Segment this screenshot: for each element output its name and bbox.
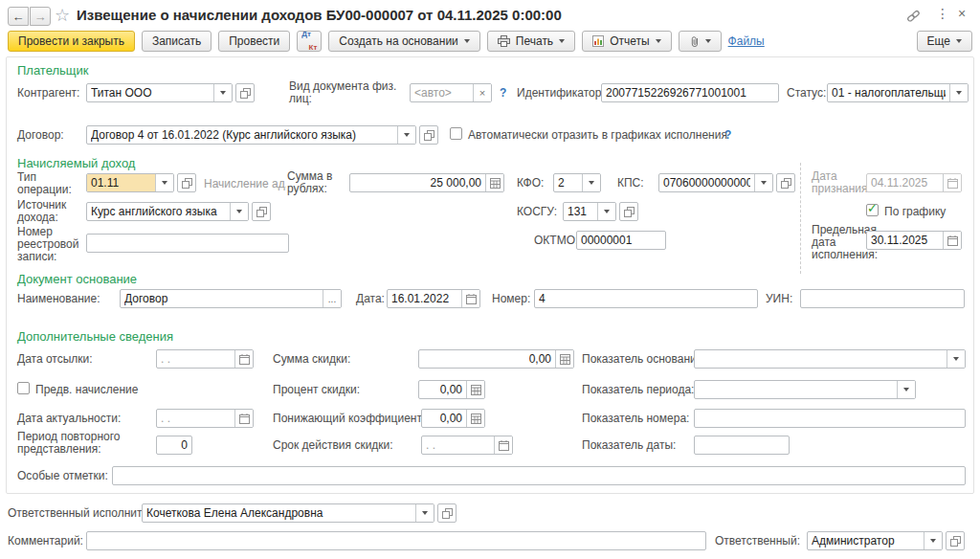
special-marks-input[interactable]	[112, 466, 966, 485]
discount-percent-input[interactable]	[419, 381, 466, 398]
income-source-input[interactable]	[87, 203, 230, 220]
date-indicator-label: Показатель даты:	[582, 439, 676, 452]
kfo-input[interactable]	[554, 174, 582, 191]
responsible-open-button[interactable]	[946, 531, 965, 550]
contragent-open-button[interactable]	[235, 83, 255, 102]
chevron-down-icon	[404, 133, 410, 137]
forward-button[interactable]: →	[30, 7, 51, 26]
repeat-period-input[interactable]	[156, 436, 192, 455]
by-schedule-checkbox[interactable]: ✓	[866, 204, 879, 216]
doc-name-input[interactable]	[121, 290, 323, 307]
actuality-date-input[interactable]	[157, 410, 234, 427]
by-schedule-label: По графику	[884, 206, 946, 218]
identifier-input[interactable]	[601, 83, 779, 102]
files-link[interactable]: Файлы	[728, 34, 765, 48]
deadline-input[interactable]	[867, 232, 943, 249]
discount-sum-input[interactable]	[419, 350, 555, 368]
comment-input[interactable]	[86, 531, 706, 550]
reducing-coef-calculator-button[interactable]	[466, 410, 484, 427]
deadline-calendar-button[interactable]	[943, 232, 961, 249]
kfo-dropdown-button[interactable]	[582, 174, 600, 191]
post-button[interactable]: Провести	[218, 31, 290, 52]
registry-number-label: Номер реестровой записи:	[17, 226, 86, 263]
reducing-coef-input[interactable]	[422, 410, 466, 427]
debit-label: Дт	[298, 31, 321, 38]
op-type-open-button[interactable]	[177, 173, 196, 192]
amount-label: Сумма в рублях:	[287, 170, 343, 195]
contragent-dropdown-button[interactable]	[213, 84, 232, 101]
date-indicator-input[interactable]	[694, 436, 790, 455]
write-button[interactable]: Записать	[142, 31, 212, 52]
income-source-open-button[interactable]	[252, 202, 271, 221]
status-input[interactable]	[828, 84, 949, 101]
auto-reflect-help-link[interactable]: ?	[724, 128, 731, 142]
arrow-left-icon: ←	[12, 10, 25, 24]
doc-kind-input[interactable]	[411, 84, 473, 101]
reports-button[interactable]: Отчеты	[582, 31, 671, 52]
actuality-date-calendar-button[interactable]	[234, 410, 253, 427]
amount-calculator-button[interactable]	[485, 174, 503, 191]
create-based-on-button[interactable]: Создать на основании	[328, 31, 480, 52]
oktmo-input[interactable]	[576, 231, 666, 250]
kps-input[interactable]	[659, 174, 754, 191]
op-type-input[interactable]	[87, 174, 155, 191]
attachments-button[interactable]	[679, 31, 722, 52]
doc-date-calendar-button[interactable]	[461, 290, 479, 307]
discount-percent-calculator-button[interactable]	[466, 381, 484, 398]
send-date-calendar-button[interactable]	[234, 350, 253, 368]
prelim-checkbox[interactable]	[17, 382, 30, 394]
op-type-dropdown-button[interactable]	[155, 174, 173, 191]
more-button[interactable]: Еще	[917, 31, 972, 52]
responsible-dropdown-button[interactable]	[924, 532, 942, 549]
discount-term-input[interactable]	[422, 436, 494, 454]
open-icon	[424, 130, 434, 141]
doc-date-input[interactable]	[388, 290, 461, 307]
section-payer: Плательщик	[17, 63, 88, 78]
responsible-input[interactable]	[808, 532, 924, 549]
doc-name-choose-button[interactable]: ...	[323, 290, 341, 307]
status-dropdown-button[interactable]	[949, 84, 968, 101]
base-indicator-input[interactable]	[695, 350, 947, 368]
back-button[interactable]: ←	[8, 7, 29, 26]
discount-sum-calculator-button[interactable]	[555, 350, 573, 368]
favorite-star-icon[interactable]: ☆	[55, 5, 70, 26]
registry-number-input[interactable]	[86, 234, 289, 253]
kosgu-input[interactable]	[564, 203, 597, 220]
base-indicator-dropdown-button[interactable]	[947, 350, 965, 368]
period-indicator-dropdown-button[interactable]	[897, 381, 915, 398]
contract-input[interactable]	[87, 126, 397, 144]
doc-kind-clear-button[interactable]: ×	[473, 84, 491, 101]
kps-open-button[interactable]	[776, 173, 795, 192]
executor-open-button[interactable]	[437, 503, 457, 523]
executor-dropdown-button[interactable]	[415, 504, 434, 522]
chevron-down-icon	[956, 91, 962, 95]
post-and-close-button[interactable]: Провести и закрыть	[8, 31, 135, 52]
discount-term-calendar-button[interactable]	[494, 436, 512, 454]
amount-input[interactable]	[350, 174, 485, 191]
contract-dropdown-button[interactable]	[397, 126, 415, 144]
auto-reflect-checkbox[interactable]	[450, 127, 462, 140]
period-indicator-input[interactable]	[695, 381, 897, 398]
doc-kind-help-link[interactable]: ?	[500, 86, 506, 100]
more-menu-dots-icon[interactable]: ⋮	[936, 6, 949, 21]
show-postings-button[interactable]: Дт Кт	[297, 31, 322, 52]
open-icon	[950, 536, 961, 547]
contract-combo	[86, 125, 416, 145]
doc-number-input[interactable]	[534, 289, 758, 308]
comment-label: Комментарий:	[8, 535, 83, 548]
uin-input[interactable]	[800, 289, 965, 308]
kosgu-open-button[interactable]	[619, 202, 638, 221]
executor-input[interactable]	[143, 504, 415, 522]
get-link-icon[interactable]	[905, 9, 922, 27]
print-button[interactable]: Печать	[487, 31, 575, 52]
kosgu-dropdown-button[interactable]	[597, 203, 615, 220]
income-source-dropdown-button[interactable]	[230, 203, 248, 220]
send-date-input[interactable]	[157, 350, 234, 368]
section-doc-base: Документ основание	[17, 272, 137, 286]
number-indicator-input[interactable]	[694, 409, 966, 428]
contract-open-button[interactable]	[419, 125, 438, 145]
contragent-input[interactable]	[87, 84, 213, 101]
close-icon[interactable]: ×	[958, 6, 966, 21]
kps-dropdown-button[interactable]	[754, 174, 772, 191]
oktmo-label: ОКТМО:	[534, 235, 578, 247]
